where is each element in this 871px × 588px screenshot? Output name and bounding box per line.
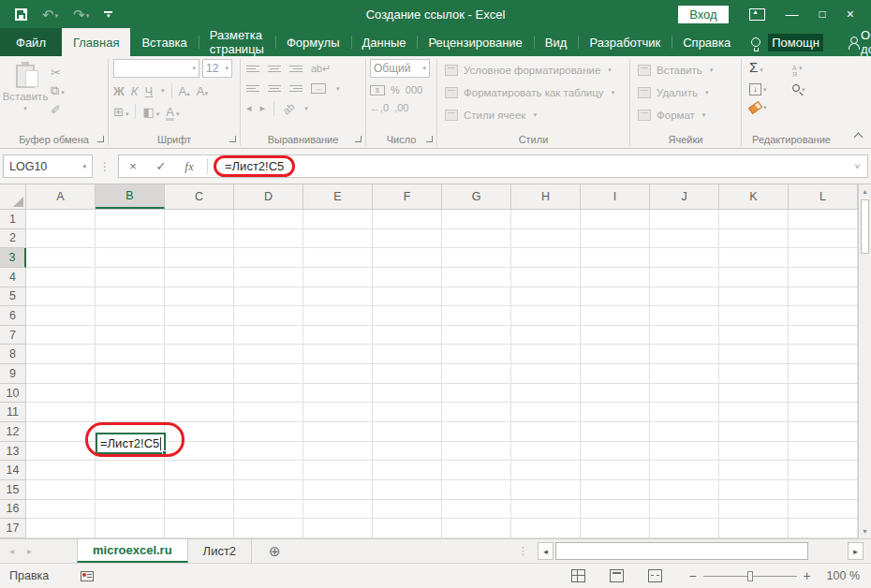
cell-G13[interactable] [442,442,511,461]
cell-F8[interactable] [373,345,442,363]
decrease-decimal-button[interactable]: ,00 [394,102,408,113]
cell-G12[interactable] [442,422,511,441]
tab-scroll-splitter[interactable]: ⋮ [518,539,528,563]
font-dialog-launcher-icon[interactable] [229,136,236,142]
tab-Данные[interactable]: Данные [351,28,418,56]
cell-B15[interactable] [96,480,165,499]
column-header-E[interactable]: E [303,184,373,209]
cell-F3[interactable] [373,248,442,267]
cell-H17[interactable] [511,519,581,537]
column-header-D[interactable]: D [234,184,303,209]
cell-H4[interactable] [511,268,581,287]
cell-G16[interactable] [442,500,511,519]
cell-C16[interactable] [165,500,234,519]
cell-H9[interactable] [511,364,581,383]
increase-indent-button[interactable]: ▸ [260,102,266,114]
cell-E14[interactable] [303,461,373,479]
cell-B10[interactable] [96,384,165,403]
cell-I3[interactable] [581,248,650,267]
row-header-16[interactable]: 16 [0,500,26,520]
font-size-combo[interactable]: 12▾ [202,59,232,78]
cell-K1[interactable] [719,210,789,228]
fill-button[interactable]: ↓▾ [749,81,792,96]
orientation-dropdown-icon[interactable]: ▾ [304,105,308,112]
collapse-ribbon-icon[interactable] [854,133,864,142]
cell-D11[interactable] [234,403,303,421]
cell-C10[interactable] [165,384,234,403]
formula-field[interactable]: × ✓ fx =Лист2!C5 ˅ [118,154,868,178]
row-header-8[interactable]: 8 [0,345,26,364]
page-break-view-icon[interactable] [648,569,662,582]
cell-H16[interactable] [511,500,581,519]
next-sheet-icon[interactable]: ▸ [27,546,32,556]
cell-G7[interactable] [442,326,511,345]
sort-filter-button[interactable]: АЯ▾ [792,59,830,78]
cell-E2[interactable] [303,229,373,248]
column-header-G[interactable]: G [442,184,511,209]
cell-A6[interactable] [26,306,96,325]
cell-E12[interactable] [303,422,373,441]
row-header-1[interactable]: 1 [0,210,26,229]
cell-K13[interactable] [719,442,789,461]
cell-C12[interactable] [165,422,234,441]
cell-L10[interactable] [789,384,858,403]
paste-dropdown-icon[interactable]: ▾ [23,105,27,112]
cell-L2[interactable] [789,229,858,248]
cell-J9[interactable] [650,364,719,383]
cell-B14[interactable] [96,461,165,479]
cell-H6[interactable] [511,306,581,325]
merge-center-button[interactable]: ↔ [311,83,326,94]
align-center-button[interactable] [268,85,281,92]
cell-D5[interactable] [234,287,303,306]
comma-style-button[interactable]: 000 [406,84,422,96]
cell-D9[interactable] [234,364,303,383]
cell-G5[interactable] [442,287,511,306]
cell-C13[interactable] [165,442,234,461]
cell-E17[interactable] [303,519,373,537]
cell-J16[interactable] [650,500,719,519]
row-header-5[interactable]: 5 [0,287,26,307]
cell-D4[interactable] [234,268,303,287]
cut-button[interactable]: ✂ [51,66,65,80]
cell-D7[interactable] [234,326,303,345]
cell-L16[interactable] [789,500,858,519]
cell-G11[interactable] [442,403,511,421]
column-header-C[interactable]: C [165,184,234,209]
cell-H1[interactable] [511,210,581,228]
tab-Главная[interactable]: Главная [62,28,130,56]
cell-A14[interactable] [26,461,96,479]
edit-cell-B3[interactable]: =Лист2!C5 [96,433,166,454]
number-dialog-launcher-icon[interactable] [426,136,433,142]
cell-D1[interactable] [234,210,303,228]
cell-E9[interactable] [303,364,373,383]
name-box-dropdown-icon[interactable]: ▾ [82,163,86,170]
cell-J7[interactable] [650,326,719,345]
column-header-J[interactable]: J [650,184,719,209]
wrap-text-button[interactable]: ab↵ [311,63,331,75]
cell-A12[interactable] [26,422,96,441]
redo-button[interactable]: ↷▾ [73,7,89,22]
cell-F10[interactable] [373,384,442,403]
tab-Вид[interactable]: Вид [534,28,579,56]
cell-B5[interactable] [96,287,165,306]
prev-sheet-icon[interactable]: ◂ [9,546,14,556]
cell-K11[interactable] [719,403,789,421]
column-header-F[interactable]: F [373,184,442,209]
cell-C14[interactable] [165,461,234,479]
scroll-down-icon[interactable]: ▾ [859,524,871,538]
align-middle-button[interactable] [268,66,281,72]
cell-F16[interactable] [373,500,442,519]
horizontal-scroll-thumb[interactable] [555,542,808,560]
row-header-7[interactable]: 7 [0,326,26,345]
cell-J11[interactable] [650,403,719,421]
cell-A10[interactable] [26,384,96,403]
cell-H3[interactable] [511,248,581,267]
orientation-button[interactable]: ab [281,100,297,116]
cell-B16[interactable] [96,500,165,519]
cell-B4[interactable] [96,268,165,287]
cell-I17[interactable] [581,519,650,537]
cancel-entry-button[interactable]: × [119,159,147,173]
cell-D10[interactable] [234,384,303,403]
cell-D2[interactable] [234,229,303,248]
borders-button[interactable]: ⊞▾ [113,105,128,119]
